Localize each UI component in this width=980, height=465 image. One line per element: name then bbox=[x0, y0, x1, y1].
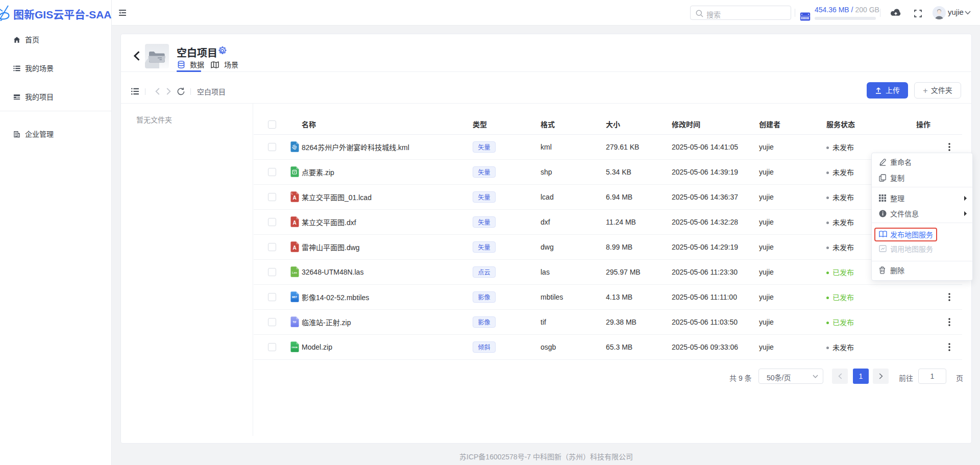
svg-text:A: A bbox=[293, 195, 297, 201]
svg-text:TIF: TIF bbox=[293, 321, 297, 324]
svg-text:A: A bbox=[293, 220, 297, 226]
svg-text:MBT: MBT bbox=[292, 296, 297, 299]
svg-text:L: L bbox=[291, 192, 293, 195]
svg-text:OSGB: OSGB bbox=[291, 346, 298, 349]
svg-text:A: A bbox=[293, 245, 297, 251]
svg-text:Las: Las bbox=[292, 271, 297, 274]
